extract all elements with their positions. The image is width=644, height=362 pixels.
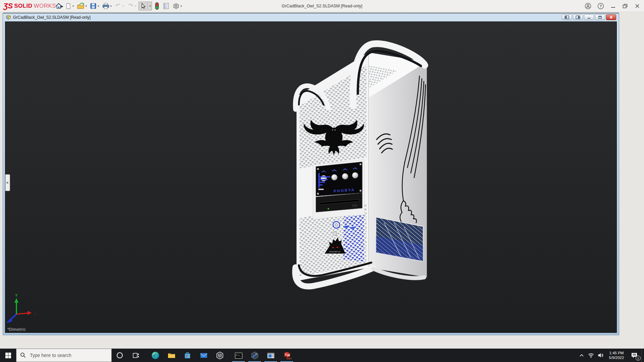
left-pane-icon [565, 15, 569, 19]
account-icon[interactable] [584, 2, 592, 10]
document-window: GrCadBlack_Owl_S2.SLDASM [Read-only] [3, 13, 619, 335]
action-center-button[interactable]: 1 [627, 349, 641, 362]
taskbar-item-solidworks[interactable]: SW2021 [279, 349, 295, 362]
3d-viewer-icon [216, 351, 224, 360]
home-icon [55, 2, 62, 10]
taskbar-item-app-window[interactable] [263, 349, 279, 362]
task-view-button[interactable] [128, 349, 144, 362]
triad-y-label: Y [15, 293, 18, 297]
tray-time: 1:45 PM [609, 351, 624, 355]
tray-network-button[interactable] [586, 349, 596, 362]
tray-clock[interactable]: 1:45 PM5/9/2022 [606, 349, 627, 362]
triad-x-label: X [34, 313, 36, 316]
taskbar-item-edrawings[interactable] [247, 349, 263, 362]
taskbar-item-command-prompt[interactable]: C:\_ [230, 349, 247, 362]
edrawings-icon [251, 351, 259, 360]
undo-button[interactable]: ▾ [113, 2, 125, 10]
mail-icon [200, 351, 208, 360]
document-titlebar[interactable]: GrCadBlack_Owl_S2.SLDASM [Read-only] [3, 13, 619, 21]
notification-badge: 1 [636, 356, 641, 361]
redo-dropdown[interactable]: ▾ [135, 4, 137, 8]
show-desktop-button[interactable] [641, 349, 644, 362]
drive-eject-button[interactable] [353, 204, 357, 206]
right-pane-icon [576, 15, 580, 19]
file-properties-icon [162, 2, 170, 10]
document-window-buttons [562, 14, 616, 20]
graphics-viewport[interactable]: PHOBYA [5, 21, 617, 333]
undo-icon [114, 2, 122, 10]
print-icon [102, 2, 110, 10]
save-dropdown[interactable]: ▾ [98, 4, 99, 8]
tray-volume-button[interactable] [596, 349, 606, 362]
svg-text:?: ? [600, 4, 602, 8]
fan-controller-panel[interactable]: PHOBYA [316, 162, 362, 196]
chevron-up-icon [579, 354, 584, 357]
assembly-document-icon [6, 15, 11, 20]
options-button[interactable]: ▾ [171, 2, 183, 10]
speaker-icon [598, 353, 604, 358]
orientation-triad: Y X [6, 293, 36, 323]
rebuild-button[interactable] [153, 1, 161, 11]
home-button[interactable] [54, 2, 63, 10]
file-explorer-icon [167, 351, 176, 360]
doc-minimize-button[interactable] [584, 14, 594, 20]
options-dropdown[interactable]: ▾ [180, 4, 182, 8]
taskbar-search[interactable] [16, 349, 112, 362]
search-icon [20, 352, 26, 358]
wifi-icon [588, 353, 594, 358]
open-button[interactable]: ▾ [76, 2, 88, 10]
feature-tree-collapsed-tab[interactable] [5, 174, 10, 191]
undo-dropdown[interactable]: ▾ [122, 4, 124, 8]
right-pane-toggle-button[interactable] [573, 14, 583, 20]
select-divider [147, 3, 148, 9]
doc-restore-button[interactable] [595, 14, 605, 20]
windows-start-icon [5, 353, 11, 358]
reset-button[interactable] [333, 232, 336, 235]
tray-chevron-button[interactable] [577, 349, 586, 362]
taskbar-item-microsoft-store[interactable] [179, 349, 196, 362]
minimize-icon[interactable] [610, 2, 616, 10]
taskbar-item-mail[interactable] [196, 349, 212, 362]
file-properties-button[interactable] [161, 2, 171, 10]
model-scene[interactable]: PHOBYA [5, 22, 616, 333]
search-input[interactable] [16, 349, 112, 362]
pc-case-model[interactable]: PHOBYA [295, 44, 427, 286]
doc-minimize-icon [587, 15, 591, 19]
cortana-button[interactable] [112, 349, 128, 362]
solidworks-2021-icon: SW2021 [282, 351, 291, 360]
select-dropdown[interactable]: ▾ [149, 4, 151, 8]
print-button[interactable]: ▾ [101, 2, 113, 10]
solidworks-logo-bold: SOLID [14, 3, 32, 9]
drive-led [328, 208, 329, 209]
new-document-dropdown[interactable]: ▾ [72, 4, 74, 8]
taskbar-item-edge[interactable] [147, 349, 163, 362]
restore-icon[interactable] [622, 2, 629, 10]
select-tool[interactable]: ▾ [139, 2, 152, 10]
sw-year: 2021 [286, 357, 291, 360]
cortana-icon [116, 352, 123, 359]
command-prompt-icon: C:\_ [234, 351, 243, 360]
taskbar-item-file-explorer[interactable] [163, 349, 179, 362]
cmd-prompt-text: C:\_ [236, 354, 241, 356]
save-button[interactable]: ▾ [89, 2, 100, 10]
sw-letter-w: W [287, 354, 290, 357]
new-document-icon [65, 2, 72, 10]
open-folder-icon [77, 2, 85, 10]
app-titlebar: ƷS SOLID WORKS ▶ ▾ ▾ ▾ ▾ ▾ ▾ [0, 0, 644, 12]
select-cursor-icon [140, 2, 146, 10]
left-pane-toggle-button[interactable] [562, 14, 572, 20]
close-icon[interactable] [634, 2, 641, 10]
redo-button[interactable]: ▾ [126, 2, 138, 10]
solidworks-logo-glyph: ƷS [3, 2, 13, 10]
solidworks-logo-light: WORKS [34, 3, 56, 9]
app-window-icon [267, 351, 275, 360]
print-dropdown[interactable]: ▾ [110, 4, 112, 8]
new-document-button[interactable]: ▾ [64, 2, 75, 10]
doc-close-button[interactable] [606, 14, 616, 20]
open-dropdown[interactable]: ▾ [86, 4, 87, 8]
edge-icon [151, 351, 160, 360]
help-icon[interactable]: ? [597, 2, 604, 10]
start-button[interactable] [0, 349, 16, 362]
sw-letter-s: S [285, 353, 287, 356]
taskbar-item-3d-viewer[interactable] [212, 349, 228, 362]
